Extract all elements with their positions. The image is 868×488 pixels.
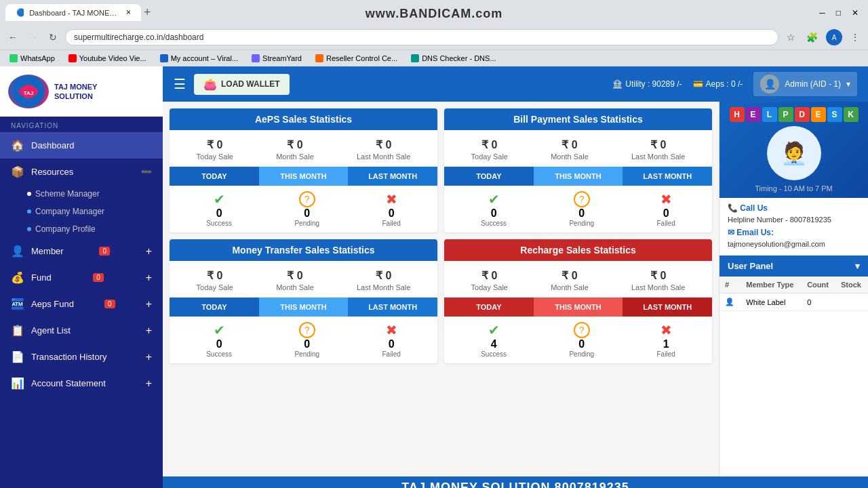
recharge-tab-today[interactable]: TODAY (444, 298, 534, 317)
aeps-tabs: TODAY THIS MONTH LAST MONTH (170, 166, 437, 186)
recharge-failed: ✖ 1 Failed (657, 322, 675, 358)
forward-button[interactable]: → (26, 30, 41, 44)
bookmark-button[interactable]: ☆ (784, 30, 798, 44)
sidebar-item-fund[interactable]: 💰 Fund 0 + (0, 264, 163, 291)
sidebar-item-resources-label: Resources (31, 167, 73, 177)
transaction-history-icon: 📄 (11, 350, 24, 363)
browser-tab[interactable]: 🔵 Dashboard - TAJ MONEY SOLU... ✕ (5, 4, 141, 21)
bill-month-value: ₹ 0 Month Sale (551, 138, 589, 161)
tab-favicon: 🔵 (16, 8, 24, 17)
transaction-history-plus-icon[interactable]: + (146, 351, 152, 363)
aeps-tab-last[interactable]: LAST MONTH (348, 167, 437, 186)
bill-tab-last[interactable]: LAST MONTH (623, 167, 712, 186)
contact-section: 📞 Call Us Helpline Number - 8007819235 ✉… (719, 198, 868, 256)
dot-icon (27, 227, 31, 231)
help-letter-e2: E (811, 107, 826, 122)
menu-button[interactable]: ⋮ (848, 30, 863, 44)
wallet-icon: 👛 (203, 78, 217, 91)
bottom-bar-text: TAJ MONEY SOLUTION 8007819235 (401, 481, 629, 488)
bookmark-dns[interactable]: DNS Checker - DNS... (407, 53, 500, 64)
profile-button[interactable]: A (826, 29, 842, 45)
tab-title: Dashboard - TAJ MONEY SOLU... (29, 9, 120, 17)
bill-today-value: ₹ 0 Today Sale (471, 138, 508, 161)
user-panel-header[interactable]: User Panel ▾ (719, 256, 868, 277)
nav-label: NAVIGATION (0, 117, 163, 132)
close-button[interactable]: ✕ (848, 7, 863, 19)
agent-image: 🧑‍💼 (767, 126, 821, 180)
minimize-button[interactable]: ─ (815, 7, 829, 19)
sidebar-item-company-profile[interactable]: Company Profile (0, 220, 163, 238)
admin-dropdown-button[interactable]: 👤 Admin (AID - 1) ▾ (753, 72, 857, 96)
aeps-card-header: AePS Sales Statistics (170, 108, 437, 130)
logo-text: TAJ MONEY SOLUTION (54, 82, 97, 102)
aeps-fund-plus-icon[interactable]: + (146, 298, 152, 310)
table-header-row: # Member Type Count Stock (719, 277, 868, 293)
aeps-icon: 💳 (693, 79, 703, 89)
sidebar-item-dashboard[interactable]: 🏠 Dashboard (0, 132, 163, 159)
aeps-failed: ✖ 0 Failed (382, 191, 401, 227)
money-tab-month[interactable]: THIS MONTH (259, 298, 349, 317)
watermark: www.BANDICAM.com (366, 7, 502, 21)
user-panel-table: # Member Type Count Stock 👤 White Label … (719, 277, 868, 311)
money-tabs: TODAY THIS MONTH LAST MONTH (170, 297, 437, 317)
utility-icon: 🏦 (612, 79, 623, 89)
header-info: 🏦 Utility : 90289 /- 💳 Aeps : 0 /- 👤 Adm… (612, 72, 857, 96)
home-icon: 🏠 (11, 139, 24, 152)
load-wallet-button[interactable]: 👛 LOAD WALLET (194, 74, 290, 95)
bookmark-youtube[interactable]: Youtube Video Vie... (64, 53, 151, 64)
money-tab-last[interactable]: LAST MONTH (348, 298, 437, 317)
aeps-tab-month[interactable]: THIS MONTH (259, 167, 349, 186)
account-statement-icon: 📊 (11, 377, 24, 390)
account-statement-plus-icon[interactable]: + (146, 378, 152, 390)
sidebar-item-account-statement[interactable]: 📊 Account Statement + (0, 370, 163, 396)
recharge-today-value: ₹ 0 Today Sale (471, 269, 508, 291)
email-address: tajmoneysolution@gmail.com (728, 240, 860, 248)
bookmark-reseller[interactable]: Reseller Control Ce... (311, 53, 401, 64)
extension-button[interactable]: 🧩 (804, 30, 821, 44)
back-button[interactable]: ← (5, 30, 20, 44)
recharge-tab-last[interactable]: LAST MONTH (623, 298, 712, 317)
bill-tab-month[interactable]: THIS MONTH (534, 167, 623, 186)
help-letter-l: L (762, 107, 777, 122)
help-letter-d: D (795, 107, 810, 122)
hamburger-menu-button[interactable]: ☰ (174, 76, 186, 92)
sidebar-item-aeps-fund[interactable]: 🏧 Aeps Fund 0 + (0, 291, 163, 317)
agent-list-plus-icon[interactable]: + (146, 325, 152, 337)
bill-pending: ? 0 Pending (569, 191, 594, 227)
sidebar-item-resources[interactable]: 📦 Resources ➖ (0, 159, 163, 185)
email-us-label: ✉ Email Us: (728, 228, 860, 237)
fund-plus-icon[interactable]: + (146, 272, 152, 284)
bookmark-streamyard[interactable]: StreamYard (248, 53, 306, 64)
member-plus-icon[interactable]: + (146, 245, 152, 258)
aeps-month-value: ₹ 0 Month Sale (276, 138, 314, 161)
sidebar-item-company-manager[interactable]: Company Manager (0, 203, 163, 220)
main-content: AePS Sales Statistics ₹ 0 Today Sale ₹ 0… (163, 102, 719, 476)
maximize-button[interactable]: □ (832, 7, 845, 19)
sidebar-item-transaction-history[interactable]: 📄 Transaction History + (0, 344, 163, 370)
aeps-status: ✔ 0 Success ? 0 Pending ✖ 0 (170, 186, 437, 232)
question-icon: ? (299, 191, 315, 207)
recharge-month-value: ₹ 0 Month Sale (551, 269, 589, 291)
dot-icon (27, 192, 31, 196)
user-panel-collapse-icon: ▾ (855, 261, 860, 271)
new-tab-button[interactable]: + (144, 5, 151, 20)
sidebar-logo: TAJ TAJ MONEY SOLUTION (0, 66, 163, 117)
sidebar-item-scheme-manager[interactable]: Scheme Manager (0, 185, 163, 203)
recharge-lastmonth-value: ₹ 0 Last Month Sale (631, 269, 686, 291)
collapse-icon: ➖ (141, 167, 152, 177)
recharge-tab-month[interactable]: THIS MONTH (534, 298, 623, 317)
bill-payment-card: Bill Payment Sales Statistics ₹ 0 Today … (444, 108, 712, 232)
utility-info: 🏦 Utility : 90289 /- (612, 79, 682, 89)
sidebar-item-agent-list[interactable]: 📋 Agent List + (0, 317, 163, 344)
bookmark-myaccount[interactable]: My account – Viral... (156, 53, 242, 64)
address-bar[interactable]: supermultirecharge.co.in/dashboard (65, 29, 778, 45)
aeps-tab-today[interactable]: TODAY (170, 167, 259, 186)
col-count: Count (802, 277, 835, 293)
reload-button[interactable]: ↻ (46, 30, 60, 44)
tab-close-button[interactable]: ✕ (125, 8, 130, 17)
bookmark-whatsapp[interactable]: WhatsApp (5, 53, 59, 64)
aeps-today-value: ₹ 0 Today Sale (197, 138, 233, 161)
bill-tab-today[interactable]: TODAY (444, 167, 534, 186)
sidebar-item-member[interactable]: 👤 Member 0 + (0, 238, 163, 264)
money-tab-today[interactable]: TODAY (170, 298, 259, 317)
